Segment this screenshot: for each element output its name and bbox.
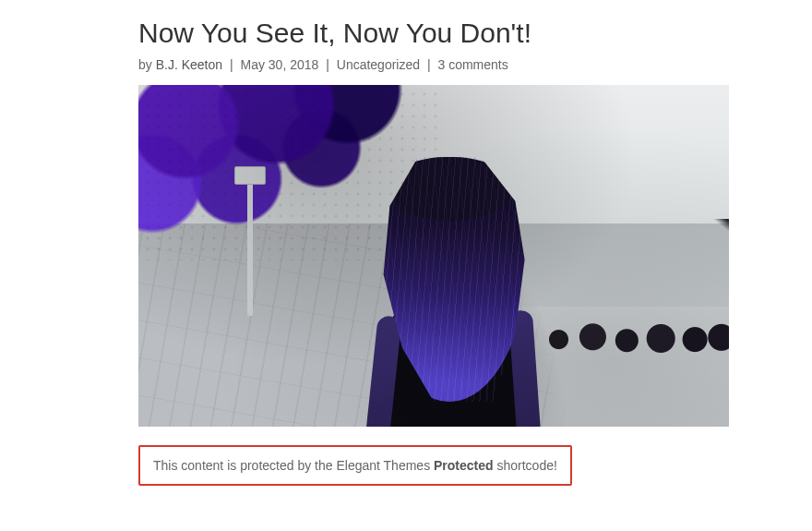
protected-content-message: This content is protected by the Elegant… — [153, 458, 557, 473]
post-title: Now You See It, Now You Don't! — [138, 17, 729, 50]
image-signpost-sign — [234, 166, 266, 185]
image-figure — [341, 157, 554, 427]
protected-msg-prefix: This content is protected by the Elegant… — [153, 458, 434, 473]
meta-separator: | — [427, 57, 431, 72]
image-signpost-pole — [247, 168, 253, 316]
post-date: May 30, 2018 — [241, 57, 319, 72]
meta-separator: | — [230, 57, 233, 72]
post-category-link[interactable]: Uncategorized — [337, 57, 420, 72]
post-author-link[interactable]: B.J. Keeton — [156, 57, 222, 72]
blog-post: Now You See It, Now You Don't! by B.J. K… — [0, 0, 812, 502]
image-rocks-layer — [540, 308, 729, 360]
post-comments-link[interactable]: 3 comments — [437, 57, 508, 72]
protected-msg-bold: Protected — [434, 458, 494, 473]
meta-separator: | — [326, 57, 329, 72]
featured-image — [138, 85, 729, 427]
meta-by-label: by — [138, 57, 152, 72]
protected-msg-suffix: shortcode! — [494, 458, 557, 473]
protected-content-callout: This content is protected by the Elegant… — [138, 445, 572, 486]
post-meta: by B.J. Keeton | May 30, 2018 | Uncatego… — [138, 57, 729, 72]
